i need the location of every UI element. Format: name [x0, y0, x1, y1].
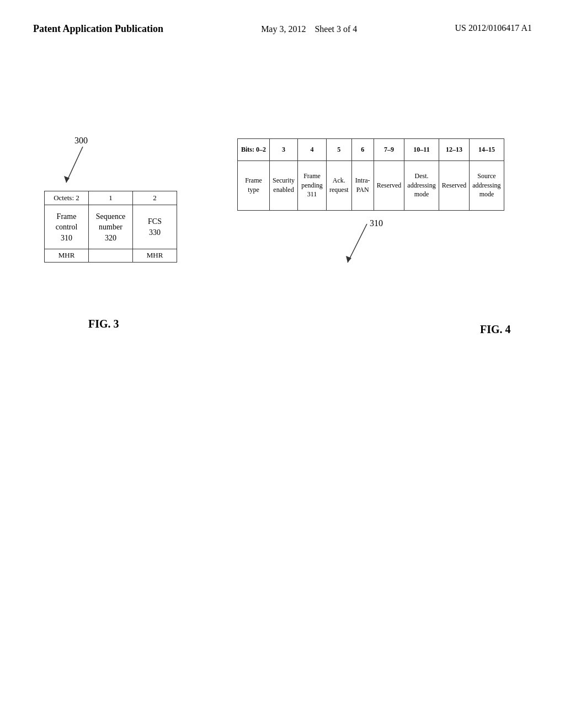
publication-title: Patent Application Publication	[33, 22, 163, 36]
fig4-data-ack: Ack.request	[327, 160, 352, 210]
fig3-cell-fcs: FCS330	[133, 205, 177, 249]
fig4-data-frame-type: Frametype	[238, 160, 270, 210]
fig3-col-header-1: 1	[89, 191, 133, 205]
publication-date-sheet: May 3, 2012 Sheet 3 of 4	[261, 22, 357, 36]
fig3-label: FIG. 3	[88, 318, 119, 330]
page-content: 300 Octets: 2 1 2 Framecontrol310 Sequen…	[0, 47, 565, 709]
fig3-footer-1	[89, 249, 133, 263]
fig4-data-dest-addressing: Dest.addressingmode	[404, 160, 439, 210]
arrow-300	[55, 144, 99, 188]
fig4-data-reserved-2: Reserved	[439, 160, 470, 210]
fig4-bits-5: 5	[327, 138, 352, 160]
fig4-bits-14-15: 14–15	[470, 138, 504, 160]
fig4-data-source-addressing: Sourceaddressingmode	[470, 160, 504, 210]
fig3-footer-2: MHR	[133, 249, 177, 263]
svg-line-2	[348, 224, 367, 263]
fig4-bits-6: 6	[351, 138, 374, 160]
fig3-col-header-2: 2	[133, 191, 177, 205]
fig4-data-reserved-1: Reserved	[374, 160, 404, 210]
publication-number: US 2012/0106417 A1	[455, 22, 532, 34]
fig4-bits-4: 4	[298, 138, 327, 160]
fig3-cell-sequence-number: Sequencenumber320	[89, 205, 133, 249]
fig4-data-row: Frametype Securityenabled Framepending31…	[238, 160, 504, 210]
fig4-bits-3: 3	[270, 138, 298, 160]
arrow-310	[337, 221, 392, 271]
fig3-table: Octets: 2 1 2 Framecontrol310 Sequencenu…	[44, 191, 177, 263]
fig3-col-header-0: Octets: 2	[45, 191, 89, 205]
fig4-bits-10-11: 10–11	[404, 138, 439, 160]
fig4-bits-12-13: 12–13	[439, 138, 470, 160]
fig3-cell-frame-control: Framecontrol310	[45, 205, 89, 249]
fig4-data-security: Securityenabled	[270, 160, 298, 210]
fig4-data-frame-pending: Framepending311	[298, 160, 327, 210]
fig4-bits-7-9: 7–9	[374, 138, 404, 160]
page-header: Patent Application Publication May 3, 20…	[0, 0, 565, 47]
fig4-table: Bits: 0–2 3 4 5 6 7–9 10–11 12–13 14–15 …	[237, 138, 504, 211]
fig4-bits-0-2: Bits: 0–2	[238, 138, 270, 160]
fig4-label: FIG. 4	[480, 323, 511, 336]
fig4-data-intra-pan: Intra-PAN	[351, 160, 374, 210]
svg-line-0	[66, 147, 83, 183]
fig4-bits-row: Bits: 0–2 3 4 5 6 7–9 10–11 12–13 14–15	[238, 138, 504, 160]
fig3-footer-0: MHR	[45, 249, 89, 263]
